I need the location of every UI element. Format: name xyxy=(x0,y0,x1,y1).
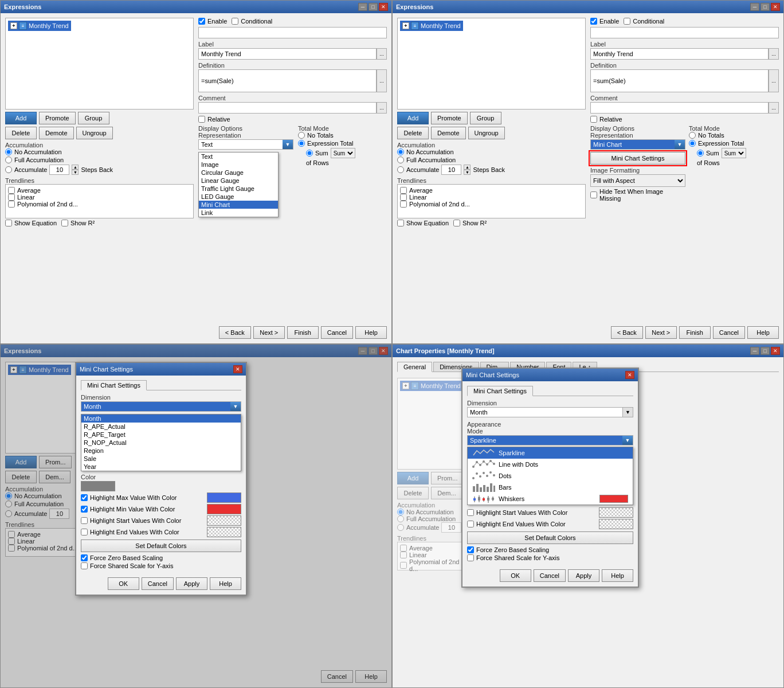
dim-opt-rape-act-3[interactable]: R_APE_Actual xyxy=(81,423,241,431)
finish-btn-1[interactable]: Finish xyxy=(287,326,319,339)
highlight-start-cb-3[interactable] xyxy=(81,517,88,524)
dim-opt-sale-3[interactable]: Sale xyxy=(81,455,241,463)
def-input-1[interactable] xyxy=(198,69,377,92)
delete-btn-1[interactable]: Delete xyxy=(5,127,37,139)
back-btn-1[interactable]: < Back xyxy=(219,326,251,339)
dim-arrow-4[interactable]: ▼ xyxy=(622,408,633,417)
delete-btn-2[interactable]: Delete xyxy=(397,127,429,139)
highlight-max-cb-3[interactable] xyxy=(81,494,88,501)
dim-opt-rnop-3[interactable]: R_NOP_Actual xyxy=(81,439,241,447)
comment-input-2[interactable] xyxy=(590,102,769,114)
spin-down-2[interactable]: ▼ xyxy=(464,170,471,175)
dim-opt-month-3[interactable]: Month xyxy=(81,415,241,423)
promote-btn-1[interactable]: Promote xyxy=(39,112,76,124)
def-ellipsis-2[interactable]: ... xyxy=(769,69,779,92)
mode-linedots-4[interactable]: Line with Dots xyxy=(468,459,633,470)
force-shared-cb-3[interactable] xyxy=(81,562,88,569)
dem-btn-3[interactable]: Dem... xyxy=(39,471,70,483)
prom-btn-3[interactable]: Prom... xyxy=(39,456,72,468)
mini-chart-settings-btn-2[interactable]: Mini Chart Settings xyxy=(590,152,685,165)
highlight-min-cb-3[interactable] xyxy=(81,506,88,513)
dim-opt-region-3[interactable]: Region xyxy=(81,447,241,455)
set-default-colors-btn-3[interactable]: Set Default Colors xyxy=(81,540,241,552)
close-btn-1[interactable]: ✕ xyxy=(379,3,388,11)
next-btn-1[interactable]: Next > xyxy=(253,326,285,339)
conditional-input-1[interactable] xyxy=(198,27,387,38)
label-input-2[interactable] xyxy=(590,48,769,60)
opt-minichart-1[interactable]: Mini Chart xyxy=(199,201,278,209)
close-btn-2[interactable]: ✕ xyxy=(771,3,780,11)
dialog-help-3[interactable]: Help xyxy=(210,577,241,590)
demote-btn-2[interactable]: Demote xyxy=(431,127,466,139)
close-btn-3[interactable]: ✕ xyxy=(379,347,388,355)
label-ellipsis-2[interactable]: ... xyxy=(769,48,779,60)
minimize-btn-1[interactable]: ─ xyxy=(358,3,367,11)
dialog-close-4[interactable]: ✕ xyxy=(625,371,634,379)
group-btn-2[interactable]: Group xyxy=(470,112,501,124)
steps-input-1[interactable] xyxy=(49,165,69,175)
dim-input-4[interactable] xyxy=(468,408,622,417)
tab-mini-chart-3[interactable]: Mini Chart Settings xyxy=(81,380,147,390)
opt-image-1[interactable]: Image xyxy=(199,161,278,169)
cancel-btn-1[interactable]: Cancel xyxy=(321,326,353,339)
group-btn-1[interactable]: Group xyxy=(78,112,109,124)
maximize-btn-2[interactable]: □ xyxy=(761,3,770,11)
label-input-1[interactable] xyxy=(198,48,377,60)
dialog-cancel-4[interactable]: Cancel xyxy=(534,569,566,582)
force-zero-cb-4[interactable] xyxy=(467,546,474,553)
start-color-box-3[interactable] xyxy=(207,515,241,526)
rep-text-input-1[interactable] xyxy=(199,140,283,149)
def-ellipsis-1[interactable]: ... xyxy=(377,69,387,92)
dialog-ok-3[interactable]: OK xyxy=(108,577,139,590)
label-ellipsis-1[interactable]: ... xyxy=(377,48,387,60)
opt-circular-1[interactable]: Circular Gauge xyxy=(199,169,278,177)
demote-btn-1[interactable]: Demote xyxy=(39,127,74,139)
rep-dropdown-arrow-1[interactable]: ▼ xyxy=(283,140,293,149)
cancel-btn-2[interactable]: Cancel xyxy=(713,326,745,339)
add-btn-2[interactable]: Add xyxy=(397,112,429,124)
end-color-box-3[interactable] xyxy=(207,527,241,537)
highlight-start-cb-4[interactable] xyxy=(467,509,474,516)
end-color-4[interactable] xyxy=(599,519,633,529)
tab-mini-chart-4[interactable]: Mini Chart Settings xyxy=(467,386,533,396)
rep-select-2[interactable] xyxy=(591,140,675,149)
maximize-btn-4[interactable]: □ xyxy=(761,347,770,355)
color-box-grey-3[interactable] xyxy=(81,481,115,491)
dialog-apply-3[interactable]: Apply xyxy=(176,577,207,590)
mode-dots-4[interactable]: Dots xyxy=(468,470,633,482)
dim-opt-year-3[interactable]: Year xyxy=(81,463,241,471)
start-color-4[interactable] xyxy=(599,507,633,518)
help-btn-1[interactable]: Help xyxy=(355,326,387,339)
dialog-apply-4[interactable]: Apply xyxy=(568,569,599,582)
dim-input-3[interactable] xyxy=(81,402,230,411)
tree-item-2[interactable]: + ≡ Monthly Trend xyxy=(400,21,463,31)
delete-btn-3[interactable]: Delete xyxy=(5,471,37,483)
no-acc-1[interactable]: No Accumulation xyxy=(5,148,194,155)
opt-traffic-1[interactable]: Traffic Light Gauge xyxy=(199,185,278,193)
opt-linear-1[interactable]: Linear Gauge xyxy=(199,177,278,185)
sum-select-1[interactable]: Sum xyxy=(331,148,355,158)
tree-item-1[interactable]: + ≡ Monthly Trend xyxy=(8,21,71,31)
cancel-btn-3[interactable]: Cancel xyxy=(321,670,353,683)
back-btn-2[interactable]: < Back xyxy=(611,326,643,339)
min-color-box-3[interactable] xyxy=(207,504,241,514)
add-btn-1[interactable]: Add xyxy=(5,112,37,124)
spin-down-1[interactable]: ▼ xyxy=(72,170,79,175)
maximize-btn-1[interactable]: □ xyxy=(369,3,378,11)
max-color-box-3[interactable] xyxy=(207,492,241,503)
steps-input-2[interactable] xyxy=(441,165,461,175)
mode-arrow-4[interactable]: ▼ xyxy=(622,436,633,445)
dialog-help-4[interactable]: Help xyxy=(602,569,633,582)
mode-input-4[interactable] xyxy=(468,436,622,445)
set-default-colors-btn-4[interactable]: Set Default Colors xyxy=(467,531,633,544)
ungroup-btn-1[interactable]: Ungroup xyxy=(76,127,113,139)
img-format-select-2[interactable]: Fill with Aspect xyxy=(590,174,685,187)
mode-bars-4[interactable]: Bars xyxy=(468,482,633,493)
mode-whiskers-4[interactable]: Whiskers xyxy=(468,493,633,505)
help-btn-3[interactable]: Help xyxy=(355,670,387,683)
add-btn-3[interactable]: Add xyxy=(5,456,37,468)
comment-input-1[interactable] xyxy=(198,102,377,114)
next-btn-2[interactable]: Next > xyxy=(645,326,677,339)
spin-up-2[interactable]: ▲ xyxy=(464,165,471,170)
dialog-ok-4[interactable]: OK xyxy=(500,569,531,582)
